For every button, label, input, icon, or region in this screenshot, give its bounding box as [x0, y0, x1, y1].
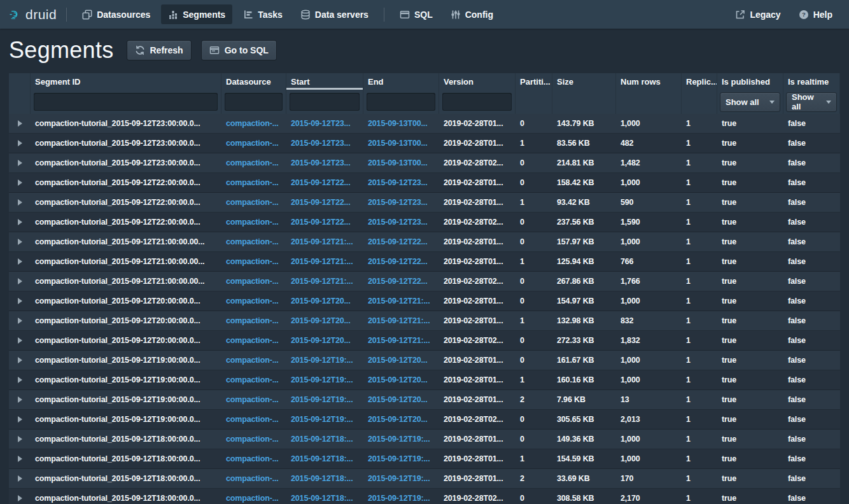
- end-link[interactable]: 2015-09-12T19:...: [368, 494, 430, 503]
- datasource-link[interactable]: compaction-...: [226, 316, 279, 325]
- row-expander[interactable]: [9, 258, 31, 265]
- refresh-button[interactable]: Refresh: [127, 41, 191, 60]
- datasource-link[interactable]: compaction-...: [226, 158, 279, 167]
- table-row[interactable]: compaction-tutorial_2015-09-12T18:00:00.…: [9, 489, 840, 504]
- row-expander[interactable]: [9, 160, 31, 166]
- column-header-start[interactable]: Start: [286, 73, 363, 90]
- end-link[interactable]: 2015-09-12T20...: [368, 356, 428, 365]
- datasource-link[interactable]: compaction-...: [226, 435, 279, 444]
- row-expander[interactable]: [9, 377, 31, 383]
- datasource-link[interactable]: compaction-...: [226, 395, 279, 404]
- row-expander[interactable]: [9, 318, 31, 324]
- table-row[interactable]: compaction-tutorial_2015-09-12T21:00:00.…: [9, 252, 840, 272]
- start-link[interactable]: 2015-09-12T21:...: [291, 277, 353, 286]
- end-link[interactable]: 2015-09-12T19:...: [368, 435, 430, 444]
- nav-item-help[interactable]: ? Help: [792, 4, 839, 24]
- start-link[interactable]: 2015-09-12T23...: [291, 119, 351, 128]
- end-link[interactable]: 2015-09-12T21:...: [368, 297, 430, 305]
- nav-item-segments[interactable]: Segments: [161, 4, 232, 24]
- start-link[interactable]: 2015-09-12T19:...: [291, 356, 353, 365]
- column-header-num_rows[interactable]: Num rows: [616, 73, 682, 90]
- filter-input-segment_id[interactable]: [34, 93, 218, 111]
- start-link[interactable]: 2015-09-12T21:...: [291, 257, 353, 266]
- column-header-is_published[interactable]: Is published: [717, 73, 783, 90]
- filter-input-version[interactable]: [442, 93, 512, 111]
- row-expander[interactable]: [9, 199, 31, 206]
- filter-select-is_published[interactable]: Show all: [720, 93, 780, 111]
- start-link[interactable]: 2015-09-12T20...: [291, 297, 351, 305]
- start-link[interactable]: 2015-09-12T23...: [291, 158, 351, 167]
- row-expander[interactable]: [9, 416, 31, 423]
- table-row[interactable]: compaction-tutorial_2015-09-12T18:00:00.…: [9, 430, 840, 449]
- table-row[interactable]: compaction-tutorial_2015-09-12T23:00:00.…: [9, 134, 840, 153]
- start-link[interactable]: 2015-09-12T23...: [291, 139, 351, 148]
- end-link[interactable]: 2015-09-12T19:...: [368, 454, 430, 463]
- table-row[interactable]: compaction-tutorial_2015-09-12T21:00:00.…: [9, 232, 840, 252]
- datasource-link[interactable]: compaction-...: [226, 494, 279, 503]
- table-row[interactable]: compaction-tutorial_2015-09-12T22:00:00.…: [9, 213, 840, 232]
- start-link[interactable]: 2015-09-12T19:...: [291, 395, 353, 404]
- filter-input-datasource[interactable]: [225, 93, 283, 111]
- table-row[interactable]: compaction-tutorial_2015-09-12T18:00:00.…: [9, 469, 840, 489]
- nav-item-datasources[interactable]: Datasources: [75, 4, 157, 24]
- start-link[interactable]: 2015-09-12T22...: [291, 178, 351, 187]
- datasource-link[interactable]: compaction-...: [226, 178, 279, 187]
- table-row[interactable]: compaction-tutorial_2015-09-12T20:00:00.…: [9, 311, 840, 331]
- nav-item-legacy[interactable]: Legacy: [728, 4, 787, 24]
- table-row[interactable]: compaction-tutorial_2015-09-12T22:00:00.…: [9, 193, 840, 213]
- datasource-link[interactable]: compaction-...: [226, 237, 279, 246]
- table-row[interactable]: compaction-tutorial_2015-09-12T23:00:00.…: [9, 114, 840, 134]
- table-row[interactable]: compaction-tutorial_2015-09-12T18:00:00.…: [9, 449, 840, 469]
- row-expander[interactable]: [9, 475, 31, 482]
- start-link[interactable]: 2015-09-12T22...: [291, 218, 351, 227]
- end-link[interactable]: 2015-09-12T22...: [368, 257, 428, 266]
- go-to-sql-button[interactable]: Go to SQL: [202, 41, 276, 60]
- nav-item-sql[interactable]: SQL: [393, 4, 440, 24]
- end-link[interactable]: 2015-09-12T22...: [368, 277, 428, 286]
- end-link[interactable]: 2015-09-12T19:...: [368, 474, 430, 483]
- end-link[interactable]: 2015-09-12T20...: [368, 395, 428, 404]
- end-link[interactable]: 2015-09-12T21:...: [368, 316, 430, 325]
- row-expander[interactable]: [9, 337, 31, 344]
- datasource-link[interactable]: compaction-...: [226, 356, 279, 365]
- nav-item-config[interactable]: Config: [444, 4, 500, 24]
- column-header-segment_id[interactable]: Segment ID: [31, 73, 221, 90]
- start-link[interactable]: 2015-09-12T21:...: [291, 237, 353, 246]
- end-link[interactable]: 2015-09-12T23...: [368, 198, 428, 207]
- column-header-replicas[interactable]: Replic...: [682, 73, 717, 90]
- table-row[interactable]: compaction-tutorial_2015-09-12T19:00:00.…: [9, 351, 840, 370]
- datasource-link[interactable]: compaction-...: [226, 277, 279, 286]
- end-link[interactable]: 2015-09-13T00...: [368, 139, 428, 148]
- start-link[interactable]: 2015-09-12T18:...: [291, 494, 353, 503]
- end-link[interactable]: 2015-09-12T22...: [368, 237, 428, 246]
- table-row[interactable]: compaction-tutorial_2015-09-12T20:00:00.…: [9, 331, 840, 351]
- end-link[interactable]: 2015-09-12T23...: [368, 218, 428, 227]
- row-expander[interactable]: [9, 219, 31, 225]
- druid-brand[interactable]: druid: [10, 7, 58, 22]
- row-expander[interactable]: [9, 456, 31, 462]
- column-header-version[interactable]: Version: [439, 73, 516, 90]
- filter-input-start[interactable]: [290, 93, 360, 111]
- start-link[interactable]: 2015-09-12T20...: [291, 316, 351, 325]
- end-link[interactable]: 2015-09-12T20...: [368, 415, 428, 424]
- row-expander[interactable]: [9, 396, 31, 403]
- start-link[interactable]: 2015-09-12T18:...: [291, 435, 353, 444]
- table-row[interactable]: compaction-tutorial_2015-09-12T19:00:00.…: [9, 370, 840, 390]
- table-row[interactable]: compaction-tutorial_2015-09-12T20:00:00.…: [9, 291, 840, 311]
- row-expander[interactable]: [9, 357, 31, 363]
- row-expander[interactable]: [9, 298, 31, 304]
- end-link[interactable]: 2015-09-12T20...: [368, 375, 428, 384]
- datasource-link[interactable]: compaction-...: [226, 454, 279, 463]
- start-link[interactable]: 2015-09-12T19:...: [291, 415, 353, 424]
- table-row[interactable]: compaction-tutorial_2015-09-12T23:00:00.…: [9, 153, 840, 173]
- end-link[interactable]: 2015-09-13T00...: [368, 119, 428, 128]
- datasource-link[interactable]: compaction-...: [226, 474, 279, 483]
- table-row[interactable]: compaction-tutorial_2015-09-12T22:00:00.…: [9, 173, 840, 193]
- filter-select-is_realtime[interactable]: Show all: [787, 93, 836, 111]
- end-link[interactable]: 2015-09-13T00...: [368, 158, 428, 167]
- datasource-link[interactable]: compaction-...: [226, 375, 279, 384]
- end-link[interactable]: 2015-09-12T21:...: [368, 336, 430, 345]
- table-row[interactable]: compaction-tutorial_2015-09-12T19:00:00.…: [9, 390, 840, 410]
- row-expander[interactable]: [9, 140, 31, 146]
- start-link[interactable]: 2015-09-12T18:...: [291, 454, 353, 463]
